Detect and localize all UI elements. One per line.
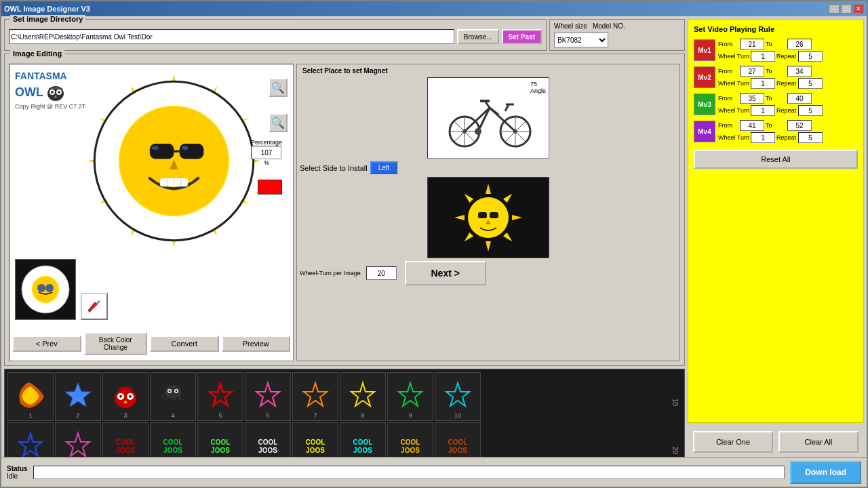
mv1-wheel-input[interactable] <box>751 51 775 62</box>
gallery-item-4[interactable]: OWL 4 <box>150 372 196 421</box>
clear-all-button[interactable]: Clear All <box>778 431 859 453</box>
back-color-button[interactable]: Back Color Change <box>84 332 148 355</box>
svg-marker-88 <box>351 383 374 406</box>
browse-button[interactable]: Browse... <box>457 29 499 44</box>
wheel-group: Wheel size Model NO. BK7082 BK7083 <box>549 19 685 51</box>
gallery-item-9[interactable]: 9 <box>387 372 433 421</box>
clear-one-button[interactable]: Clear One <box>693 431 773 453</box>
svg-text:JOOS: JOOS <box>448 447 467 454</box>
reset-all-button[interactable]: Reset All <box>694 150 858 169</box>
mv4-to-label: To <box>766 122 786 129</box>
mv2-wheel-input[interactable] <box>751 78 775 89</box>
mv3-repeat-input[interactable] <box>798 105 823 116</box>
status-label: Status <box>7 465 28 472</box>
svg-point-30 <box>152 146 159 150</box>
gallery-item-6[interactable]: 6 <box>245 372 291 421</box>
mv4-repeat-input[interactable] <box>798 132 823 143</box>
magnet-canvas: 75 Angle <box>427 77 549 159</box>
gallery-item-7[interactable]: 7 <box>292 372 338 421</box>
mv3-to-input[interactable] <box>787 93 812 104</box>
owl-logo: FANTASMA OWL <box>15 70 85 110</box>
clear-buttons-row: Clear One Clear All <box>693 431 859 453</box>
mv2-row: Mv2 From To Wheel Turn Repeat <box>694 66 858 89</box>
mv1-wheel-label: Wheel Turn <box>718 53 749 60</box>
gallery-row-1: 1 2 <box>7 372 667 421</box>
mv1-from-row: From To <box>718 39 823 49</box>
gallery-item-5[interactable]: 5 <box>197 372 243 421</box>
mv1-repeat-input[interactable] <box>798 51 823 62</box>
progress-bar <box>33 466 785 479</box>
wheel-turn-input[interactable] <box>366 266 397 280</box>
prev-button[interactable]: < Prev <box>12 336 81 352</box>
title-bar: OWL Image Designer V3 ─ □ ✕ <box>1 1 867 16</box>
mv3-wheel-label: Wheel Turn <box>718 107 749 114</box>
gallery-item-2-num: 2 <box>56 412 100 419</box>
gallery-item-3[interactable]: 3 <box>102 372 149 421</box>
model-select[interactable]: BK7082 BK7083 <box>554 33 608 47</box>
svg-text:JOOS: JOOS <box>116 447 135 454</box>
mv1-to-input[interactable] <box>787 39 812 49</box>
svg-rect-28 <box>180 144 204 159</box>
mv1-from-label: From <box>718 41 738 47</box>
convert-button[interactable]: Convert <box>150 336 219 352</box>
pencil-button[interactable] <box>81 293 108 320</box>
svg-marker-90 <box>446 383 469 406</box>
percentage-input[interactable] <box>251 146 281 159</box>
set-past-button[interactable]: Set Past <box>502 29 542 44</box>
zoom-out-button[interactable]: 🔍 <box>269 113 288 132</box>
svg-text:COOL: COOL <box>306 439 326 446</box>
svg-line-51 <box>490 108 498 115</box>
maximize-button[interactable]: □ <box>841 4 852 14</box>
svg-text:COOL: COOL <box>448 439 468 446</box>
next-button[interactable]: Next > <box>405 261 486 285</box>
color-button[interactable] <box>258 180 282 195</box>
mv3-from-input[interactable] <box>740 93 764 104</box>
svg-text:JOOS: JOOS <box>306 447 325 454</box>
gallery-item-7-num: 7 <box>293 412 338 419</box>
svg-text:JOOS: JOOS <box>401 447 420 454</box>
directory-group-title: Set image Directory <box>10 15 85 23</box>
svg-point-75 <box>119 395 122 398</box>
status-bar: Status Idle Down load <box>1 457 867 487</box>
mv2-repeat-label: Repeat <box>776 80 797 87</box>
gallery-item-8[interactable]: 8 <box>340 372 386 421</box>
top-row: Set image Directory Browse... Set Past W… <box>4 19 685 51</box>
mv4-wheel-input[interactable] <box>751 132 775 143</box>
gallery-item-1[interactable]: 1 <box>7 372 54 421</box>
svg-marker-86 <box>256 383 279 406</box>
mv4-from-input[interactable] <box>740 120 764 131</box>
mv4-from-row: From To <box>718 120 823 131</box>
sun-thumb-svg <box>434 180 542 255</box>
preview-button[interactable]: Preview <box>222 336 291 352</box>
download-button[interactable]: Down load <box>790 461 861 484</box>
mv4-to-input[interactable] <box>787 120 812 131</box>
magnet-title: Select Place to set Magnet <box>300 67 677 75</box>
owl-icon <box>46 83 65 102</box>
mv2-from-input[interactable] <box>740 66 764 77</box>
mv2-repeat-input[interactable] <box>798 78 823 89</box>
mv3-wheel-input[interactable] <box>751 105 775 116</box>
model-label: Model NO. <box>593 22 625 30</box>
minimize-button[interactable]: ─ <box>829 4 840 14</box>
gallery-item-1-num: 1 <box>8 412 53 419</box>
close-button[interactable]: ✕ <box>853 4 864 14</box>
mv1-from-input[interactable] <box>740 39 764 49</box>
left-side-button[interactable]: Left <box>370 161 398 174</box>
svg-point-4 <box>58 91 60 94</box>
svg-point-10 <box>45 284 54 292</box>
svg-point-31 <box>182 146 189 150</box>
svg-point-82 <box>169 390 171 392</box>
zoom-controls: 🔍 Percentage % 🔍 <box>269 78 288 132</box>
window-title: OWL Image Designer V3 <box>4 5 90 13</box>
gallery-item-2[interactable]: 2 <box>55 372 101 421</box>
zoom-in-button[interactable]: 🔍 <box>269 78 288 97</box>
mv2-from-label: From <box>718 68 738 75</box>
thumbnail-sun <box>18 262 73 317</box>
mv1-fields: From To Wheel Turn Repeat <box>718 39 823 62</box>
gallery-item-10[interactable]: 10 <box>435 372 481 421</box>
copyright-text: Copy Right @ REV C7.2T <box>15 102 85 111</box>
action-buttons: < Prev Back Color Change Convert Preview <box>9 332 293 355</box>
directory-input[interactable] <box>9 29 454 44</box>
mv2-to-input[interactable] <box>787 66 812 77</box>
mv3-from-row: From To <box>718 93 823 104</box>
